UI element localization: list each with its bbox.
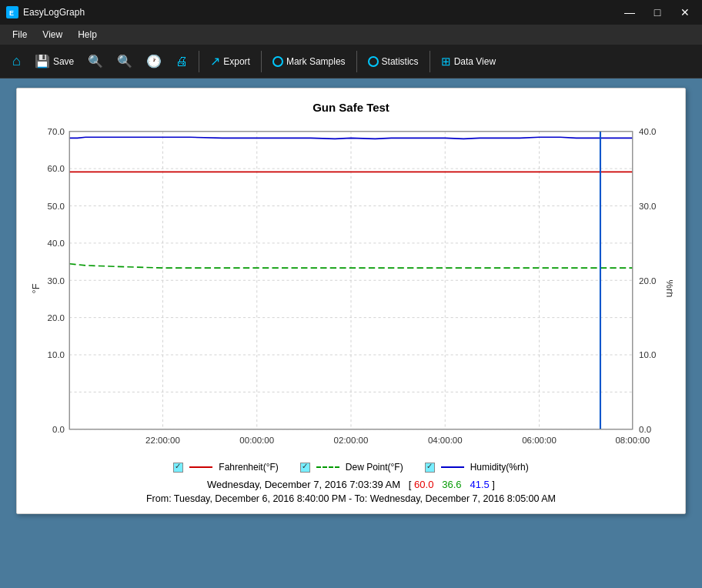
svg-text:0.0: 0.0 <box>52 424 65 434</box>
to-date: Wednesday, December 7, 2016 8:05:00 AM <box>370 493 556 504</box>
legend-checkbox-fahrenheit: ✓ <box>173 463 183 473</box>
svg-text:%rh: %rh <box>664 280 673 298</box>
bracket-close: ] <box>492 479 495 490</box>
history-button[interactable]: 🕐 <box>140 51 168 72</box>
save-icon: 💾 <box>35 54 50 68</box>
svg-text:°F: °F <box>30 283 42 293</box>
title-bar-controls: — □ ✕ <box>619 2 696 23</box>
current-date: Wednesday, December 7, 2016 7:03:39 AM <box>207 479 400 490</box>
from-date: Tuesday, December 6, 2016 8:40:00 PM <box>174 493 346 504</box>
svg-text:10.0: 10.0 <box>639 349 657 359</box>
legend: ✓ Fahrenheit(°F) ✓ Dew Point(°F) ✓ Humid… <box>29 462 673 473</box>
title-bar: E EasyLogGraph — □ ✕ <box>0 0 702 25</box>
legend-dewpoint: ✓ Dew Point(°F) <box>300 462 403 473</box>
clock-icon: 🕐 <box>146 54 162 68</box>
separator-4 <box>430 51 430 72</box>
home-button[interactable]: ⌂ <box>6 50 27 72</box>
date-status: Wednesday, December 7, 2016 7:03:39 AM [… <box>29 479 673 490</box>
title-bar-left: E EasyLogGraph <box>6 6 85 18</box>
svg-text:02:00:00: 02:00:00 <box>334 435 369 445</box>
chart-title: Gun Safe Test <box>29 101 673 114</box>
close-button[interactable]: ✕ <box>674 2 696 23</box>
home-icon: ⌂ <box>12 53 21 69</box>
svg-text:22:00:00: 22:00:00 <box>145 435 180 445</box>
svg-text:08:00:00: 08:00:00 <box>615 435 650 445</box>
print-button[interactable]: 🖨 <box>169 52 194 72</box>
svg-text:60.0: 60.0 <box>48 163 65 173</box>
menu-help[interactable]: Help <box>72 28 103 42</box>
menu-view[interactable]: View <box>36 28 69 42</box>
app-title: EasyLogGraph <box>23 7 85 18</box>
svg-text:40.0: 40.0 <box>639 126 657 136</box>
statistics-icon <box>368 56 379 67</box>
svg-text:70.0: 70.0 <box>48 126 65 136</box>
zoom-in-button[interactable]: 🔍 <box>82 51 109 72</box>
legend-label-humidity: Humidity(%rh) <box>470 462 529 473</box>
legend-label-dewpoint: Dew Point(°F) <box>346 462 403 473</box>
chart-area: 70.0 60.0 50.0 40.0 30.0 20.0 10.0 0.0 4… <box>29 123 673 454</box>
main-content: Gun Safe Test <box>0 79 702 588</box>
mark-samples-button[interactable]: Mark Samples <box>266 53 352 70</box>
data-view-icon: ⊞ <box>441 55 451 68</box>
legend-label-fahrenheit: Fahrenheit(°F) <box>219 462 279 473</box>
svg-text:50.0: 50.0 <box>48 201 65 211</box>
humidity-value: 41.5 <box>470 479 489 490</box>
legend-line-fahrenheit <box>189 466 212 468</box>
dewpoint-value: 36.6 <box>442 479 461 490</box>
export-button[interactable]: ↗ Export <box>204 51 256 72</box>
print-icon: 🖨 <box>176 55 188 68</box>
svg-text:30.0: 30.0 <box>639 201 657 211</box>
separator-1 <box>199 51 199 72</box>
statistics-button[interactable]: Statistics <box>362 53 425 70</box>
save-label: Save <box>53 56 74 67</box>
data-view-button[interactable]: ⊞ Data View <box>435 52 502 72</box>
maximize-button[interactable]: □ <box>647 2 668 23</box>
bracket-open: [ <box>409 479 412 490</box>
svg-text:04:00:00: 04:00:00 <box>428 435 463 445</box>
data-view-label: Data View <box>454 56 496 67</box>
svg-text:30.0: 30.0 <box>48 275 65 285</box>
mark-samples-label: Mark Samples <box>286 56 346 67</box>
svg-text:40.0: 40.0 <box>48 238 65 248</box>
separator-2 <box>261 51 262 72</box>
svg-text:E: E <box>9 9 14 17</box>
minimize-button[interactable]: — <box>619 2 640 23</box>
export-icon: ↗ <box>210 54 220 68</box>
save-button[interactable]: 💾 Save <box>28 51 80 72</box>
export-label: Export <box>223 56 250 67</box>
mark-samples-icon <box>272 56 283 67</box>
menu-file[interactable]: File <box>6 28 33 42</box>
app-icon: E <box>6 6 18 18</box>
statistics-label: Statistics <box>382 56 419 67</box>
separator-3 <box>356 51 357 72</box>
fahrenheit-value: 60.0 <box>414 479 433 490</box>
svg-text:20.0: 20.0 <box>48 312 65 322</box>
svg-text:0.0: 0.0 <box>639 424 651 434</box>
legend-line-dewpoint <box>316 466 339 468</box>
svg-text:20.0: 20.0 <box>639 275 657 285</box>
menu-bar: File View Help <box>0 25 702 45</box>
toolbar: ⌂ 💾 Save 🔍 🔍 🕐 🖨 ↗ Export Mark Samples S… <box>0 45 702 79</box>
legend-fahrenheit: ✓ Fahrenheit(°F) <box>173 462 279 473</box>
legend-line-humidity <box>441 466 464 468</box>
to-label: - To: <box>349 493 367 504</box>
from-label: From: <box>146 493 172 504</box>
chart-card: Gun Safe Test <box>16 88 686 514</box>
legend-humidity: ✓ Humidity(%rh) <box>425 462 529 473</box>
svg-text:06:00:00: 06:00:00 <box>522 435 557 445</box>
chart-svg: 70.0 60.0 50.0 40.0 30.0 20.0 10.0 0.0 4… <box>29 123 673 454</box>
legend-checkbox-humidity: ✓ <box>425 463 435 473</box>
legend-checkbox-dewpoint: ✓ <box>300 463 310 473</box>
zoom-in-icon: 🔍 <box>88 54 103 68</box>
svg-text:10.0: 10.0 <box>48 349 65 359</box>
zoom-out-button[interactable]: 🔍 <box>111 51 139 72</box>
zoom-out-icon: 🔍 <box>117 54 132 68</box>
date-range: From: Tuesday, December 6, 2016 8:40:00 … <box>29 493 673 504</box>
svg-text:00:00:00: 00:00:00 <box>239 435 274 445</box>
